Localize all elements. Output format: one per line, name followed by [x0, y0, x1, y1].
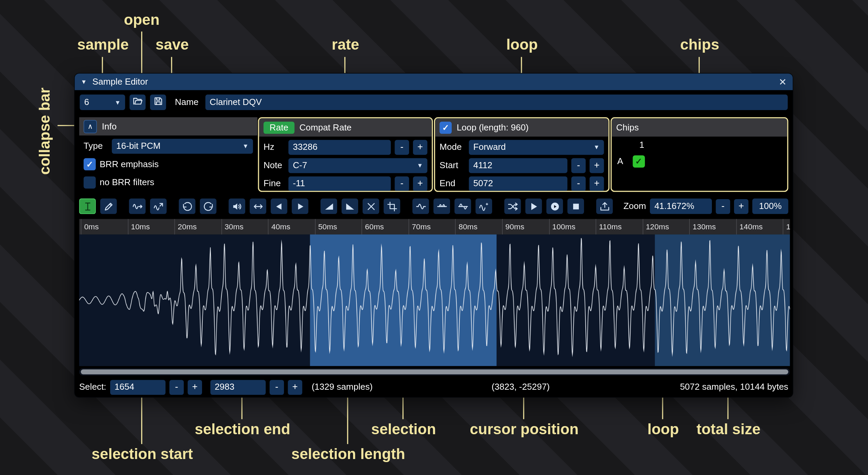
hz-minus-button[interactable]: -: [395, 140, 409, 155]
toolbar-buttons: [79, 198, 617, 214]
resample-button[interactable]: [150, 198, 167, 214]
crossfade-button[interactable]: [504, 198, 521, 214]
ruler-tick: 30ms: [221, 219, 243, 235]
hz-plus-button[interactable]: +: [413, 140, 427, 155]
loop-start-minus-button[interactable]: -: [571, 158, 586, 173]
hz-input[interactable]: 33286: [288, 140, 391, 155]
import-sample-button[interactable]: [596, 198, 613, 214]
loop-start-input[interactable]: 4112: [469, 158, 568, 173]
selection-end-plus-button[interactable]: +: [288, 380, 302, 394]
brr-emphasis-label: BRR emphasis: [100, 159, 159, 169]
zoom-input[interactable]: 41.1672%: [650, 198, 712, 214]
chip-enable-checkbox[interactable]: ✓: [633, 155, 645, 168]
annotation-line: [523, 397, 524, 419]
ruler-tick: 80ms: [455, 219, 477, 235]
waveform-scrollbar[interactable]: [79, 368, 790, 375]
loop-checkbox[interactable]: ✓: [439, 121, 452, 134]
window-collapse-icon[interactable]: ▼: [81, 78, 87, 85]
stop-button[interactable]: [567, 198, 584, 214]
ruler-tick: 130ms: [689, 219, 716, 235]
loop-end-plus-button[interactable]: +: [589, 176, 604, 191]
selection-end-input[interactable]: 2983: [210, 380, 266, 394]
fade-in-button[interactable]: [320, 198, 337, 214]
zoom-in-button[interactable]: +: [734, 199, 748, 214]
select-tool-button[interactable]: [79, 198, 96, 214]
rate-panel: Rate Compat Rate Hz 33286 - + Note C-7 ▼…: [258, 117, 433, 192]
collapse-button[interactable]: ∧: [84, 120, 97, 133]
chips-header: Chips: [612, 118, 787, 137]
waveform-view[interactable]: [79, 234, 790, 366]
preview-loop-button[interactable]: [546, 198, 563, 214]
forward-button[interactable]: [292, 198, 308, 214]
loop-end-label: End: [439, 179, 465, 189]
annotation-sample: sample: [77, 36, 129, 53]
info-header[interactable]: ∧ Info: [79, 117, 257, 136]
normalize-button[interactable]: [250, 198, 266, 214]
fine-input[interactable]: -11: [288, 176, 391, 191]
resize-sample-button[interactable]: [129, 198, 146, 214]
screenshot-stage: open sample save rate loop chips collaps…: [0, 0, 868, 475]
note-dropdown[interactable]: C-7 ▼: [288, 158, 428, 173]
invert-button[interactable]: [454, 198, 471, 214]
annotation-selection-end: selection end: [195, 421, 290, 438]
insert-silence-button[interactable]: [413, 198, 429, 214]
sample-toolbar: Zoom 41.1672% - + 100%: [79, 198, 788, 215]
sample-name-value: Clarinet DQV: [210, 97, 262, 107]
zoom-reset-button[interactable]: 100%: [752, 198, 788, 214]
chevron-up-icon: ∧: [88, 122, 93, 130]
annotation-line: [141, 397, 142, 444]
chips-panel: Chips 1 A ✓: [611, 117, 788, 192]
status-bar: Select: 1654 - + 2983 - + (1329 samples)…: [79, 379, 788, 395]
note-value: C-7: [293, 160, 307, 170]
fine-minus-button[interactable]: -: [395, 176, 409, 191]
redo-button[interactable]: [200, 198, 217, 214]
close-icon[interactable]: ✕: [779, 76, 787, 88]
reverse-button[interactable]: [271, 198, 287, 214]
type-dropdown[interactable]: 16-bit PCM ▼: [112, 139, 253, 154]
loop-end-input[interactable]: 5072: [469, 176, 568, 191]
preview-button[interactable]: [525, 198, 542, 214]
fine-plus-button[interactable]: +: [413, 176, 427, 191]
undo-button[interactable]: [179, 198, 196, 214]
sample-number-dropdown[interactable]: 6 ▼: [80, 94, 125, 110]
chevron-down-icon: ▼: [239, 143, 248, 149]
draw-tool-button[interactable]: [100, 198, 117, 214]
chevron-down-icon: ▼: [414, 162, 423, 169]
selection-end-minus-button[interactable]: -: [269, 380, 284, 394]
fade-out-button[interactable]: [341, 198, 358, 214]
save-button[interactable]: [150, 94, 166, 110]
annotation-save: save: [155, 36, 189, 53]
selection-start-plus-button[interactable]: +: [188, 380, 202, 394]
info-title: Info: [102, 121, 116, 131]
selection-start-minus-button[interactable]: -: [169, 380, 184, 394]
loop-title: Loop (length: 960): [457, 123, 529, 133]
apply-silence-button[interactable]: [433, 198, 450, 214]
total-size-text: 5072 samples, 10144 bytes: [680, 382, 788, 392]
sample-name-input[interactable]: Clarinet DQV: [205, 94, 788, 110]
waveform-canvas[interactable]: [79, 234, 790, 366]
titlebar[interactable]: ▼ Sample Editor ✕: [75, 73, 793, 90]
sample-editor-window: ▼ Sample Editor ✕ 6 ▼ Name Clarinet DQV: [75, 73, 793, 397]
rate-tag-button[interactable]: Rate: [264, 121, 295, 134]
amplify-button[interactable]: [229, 198, 245, 214]
brr-emphasis-checkbox[interactable]: ✓: [84, 158, 96, 170]
delete-button[interactable]: [363, 198, 379, 214]
rate-header: Rate Compat Rate: [259, 118, 432, 137]
zoom-out-button[interactable]: -: [716, 199, 730, 214]
loop-end-minus-button[interactable]: -: [571, 176, 586, 191]
open-button[interactable]: [130, 94, 146, 110]
scrollbar-thumb[interactable]: [81, 369, 788, 374]
annotation-loop: loop: [506, 36, 538, 53]
select-label: Select:: [79, 382, 106, 392]
loop-end-value: 5072: [473, 179, 493, 189]
trim-button[interactable]: [384, 198, 400, 214]
loop-mode-dropdown[interactable]: Forward ▼: [469, 140, 604, 155]
name-label: Name: [175, 97, 198, 107]
loop-start-plus-button[interactable]: +: [589, 158, 604, 173]
filter-button[interactable]: [475, 198, 492, 214]
chevron-down-icon: ▼: [590, 144, 599, 151]
no-brr-filters-checkbox[interactable]: [84, 176, 96, 189]
selection-start-input[interactable]: 1654: [110, 380, 166, 394]
loop-mode-value: Forward: [473, 142, 506, 152]
loop-start-value: 4112: [473, 160, 493, 170]
